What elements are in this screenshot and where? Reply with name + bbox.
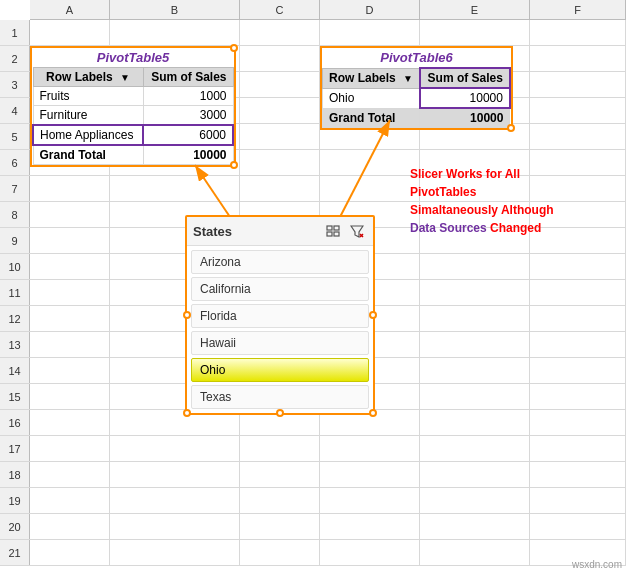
pivot6-col1-header[interactable]: Row Labels ▼ [323,68,420,88]
pivot5-dropdown-icon[interactable]: ▼ [120,72,130,83]
slicer-item-arizona[interactable]: Arizona [191,250,369,274]
multiselect-svg [326,224,340,238]
slicer-item-hawaii[interactable]: Hawaii [191,331,369,355]
pivot5-grand-total-row: Grand Total 10000 [33,145,233,165]
pivot6-value-ohio: 10000 [420,88,510,108]
pivot5-grand-total-label: Grand Total [33,145,143,165]
svg-rect-6 [327,232,332,236]
annotation-text: Slicer Works for All PivotTables Simalta… [410,165,554,237]
pivot5-col1-header[interactable]: Row Labels ▼ [33,68,143,87]
pivot5-col2-header: Sum of Sales [143,68,233,87]
svg-rect-4 [327,226,332,230]
pivot5-label-furniture: Furniture [33,106,143,126]
pivot5-value-furniture: 3000 [143,106,233,126]
annotation-line2: PivotTables [410,185,476,199]
clear-filter-svg [350,224,364,238]
slicer-header: States [187,217,373,246]
pivot6-grand-total-value: 10000 [420,108,510,128]
pivot-table-6: PivotTable6 Row Labels ▼ Sum of Sales Oh… [320,46,513,130]
pivot5-resize-handle-br[interactable] [230,161,238,169]
svg-rect-5 [334,226,339,230]
pivot5-label-home: Home Appliances [33,125,143,145]
pivot6-dropdown-icon[interactable]: ▼ [403,73,413,84]
slicer-multiselect-icon[interactable] [323,221,343,241]
annotation-line3: Simaltaneously Although [410,203,554,217]
pivot6-table: Row Labels ▼ Sum of Sales Ohio 10000 Gra… [322,67,511,128]
pivot5-title: PivotTable5 [32,48,234,67]
slicer-clear-filter-icon[interactable] [347,221,367,241]
slicer-item-ohio[interactable]: Ohio [191,358,369,382]
col-header-c: C [240,0,320,19]
pivot5-value-home: 6000 [143,125,233,145]
pivot6-resize-handle-br[interactable] [507,124,515,132]
annotation-line1: Slicer Works for All [410,167,520,181]
slicer-icons [323,221,367,241]
pivot6-grand-total-label: Grand Total [323,108,420,128]
slicer-item-florida[interactable]: Florida [191,304,369,328]
col-header-d: D [320,0,420,19]
slicer-resize-right[interactable] [369,311,377,319]
pivot6-header-row: Row Labels ▼ Sum of Sales [323,68,510,88]
pivot5-value-fruits: 1000 [143,87,233,106]
pivot6-row-ohio: Ohio 10000 [323,88,510,108]
svg-rect-7 [334,232,339,236]
col-header-b: B [110,0,240,19]
slicer-items: Arizona California Florida Hawaii Ohio T… [187,246,373,413]
slicer-item-california[interactable]: California [191,277,369,301]
col-header-a: A [30,0,110,19]
pivot5-row-furniture: Furniture 3000 [33,106,233,126]
pivot6-title: PivotTable6 [322,48,511,67]
slicer-title: States [193,224,232,239]
annotation-line4: Data Sources [410,221,487,235]
col-header-f: F [530,0,626,19]
watermark: wsxdn.com [572,559,622,570]
col-headers: A B C D E F [30,0,626,20]
svg-line-2 [195,165,230,217]
col-header-e: E [420,0,530,19]
pivot5-label-fruits: Fruits [33,87,143,106]
svg-line-3 [340,120,390,217]
slicer-resize-bottom[interactable] [276,409,284,417]
pivot5-resize-handle-tr[interactable] [230,44,238,52]
overlay: PivotTable5 Row Labels ▼ Sum of Sales Fr… [30,20,626,578]
slicer-resize-left[interactable] [183,311,191,319]
pivot6-col2-header: Sum of Sales [420,68,510,88]
pivot6-grand-total-row: Grand Total 10000 [323,108,510,128]
pivot5-table: Row Labels ▼ Sum of Sales Fruits 1000 Fu… [32,67,234,165]
slicer-states: States [185,215,375,415]
slicer-resize-bl[interactable] [183,409,191,417]
annotation-line5: Changed [487,221,542,235]
pivot5-row-home: Home Appliances 6000 [33,125,233,145]
slicer-resize-br[interactable] [369,409,377,417]
pivot5-row-fruits: Fruits 1000 [33,87,233,106]
pivot-table-5: PivotTable5 Row Labels ▼ Sum of Sales Fr… [30,46,236,167]
pivot5-grand-total-value: 10000 [143,145,233,165]
slicer-item-texas[interactable]: Texas [191,385,369,409]
pivot5-header-row: Row Labels ▼ Sum of Sales [33,68,233,87]
pivot6-label-ohio: Ohio [323,88,420,108]
spreadsheet: A B C D E F 1 2 3 [0,0,626,578]
